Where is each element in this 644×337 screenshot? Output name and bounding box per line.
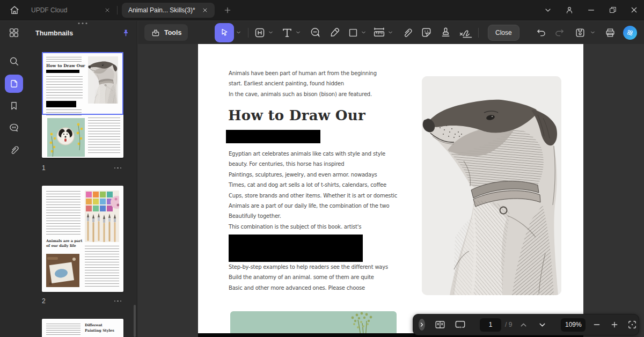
shape-tool-button[interactable]: [347, 27, 359, 39]
doc-text-line: Cups, store brands and other items. Whet…: [229, 191, 397, 201]
previous-page-button[interactable]: [519, 320, 528, 329]
account-button[interactable]: [565, 5, 574, 15]
tab-close-button[interactable]: [202, 7, 208, 13]
save-button[interactable]: [574, 27, 586, 39]
doc-text-line: In the cave, animals such as bison (biso…: [229, 89, 377, 99]
tab-separator: [117, 6, 118, 14]
fit-screen-button[interactable]: [627, 319, 638, 330]
comments-button[interactable]: [0, 117, 28, 138]
measure-tool-dropdown[interactable]: [387, 30, 393, 35]
page-options-button[interactable]: [114, 167, 124, 169]
doc-text-line: This combination is the subject of this …: [229, 222, 397, 232]
bookmarks-button[interactable]: [0, 95, 28, 116]
print-icon: [604, 27, 616, 39]
collapse-nav-button[interactable]: [419, 319, 425, 331]
undo-button[interactable]: [536, 27, 547, 38]
print-button[interactable]: [604, 27, 616, 39]
minimize-button[interactable]: [587, 5, 596, 14]
apps-grid-button[interactable]: [0, 22, 28, 43]
doc-text-line: Animals have been part of human art from…: [229, 68, 377, 78]
present-button[interactable]: [454, 319, 466, 331]
document-viewport: Animals have been part of human art from…: [138, 44, 644, 337]
comment-icon: [8, 122, 20, 134]
fit-screen-icon: [627, 319, 638, 330]
tab-animal-painting[interactable]: Animal Pain... Skills(3)*: [122, 3, 215, 18]
shape-tool-dropdown[interactable]: [361, 30, 367, 35]
present-icon: [454, 319, 466, 331]
attach-file-tool-button[interactable]: [401, 27, 413, 39]
thumb-palette-image: [85, 191, 119, 242]
panel-drag-handle[interactable]: [78, 23, 87, 24]
note-tool-icon: [309, 26, 321, 39]
window-close-icon: [630, 5, 639, 14]
select-cursor-icon: [219, 27, 230, 38]
attachments-button[interactable]: [0, 139, 28, 160]
heading-tool-button[interactable]: [253, 26, 266, 39]
zoom-in-icon: [610, 320, 619, 329]
redaction-block: [229, 235, 363, 262]
zoom-in-button[interactable]: [610, 320, 619, 329]
select-tool-dropdown[interactable]: [236, 30, 241, 35]
zoom-out-button[interactable]: [592, 320, 601, 329]
thumbnail-page-2[interactable]: Animals are a part of our daily life: [42, 186, 123, 292]
updf-window: UPDF Cloud Animal Pain... Skills(3)*: [0, 0, 644, 337]
ai-assistant-button[interactable]: [623, 26, 637, 40]
page-total-label: / 9: [505, 321, 512, 328]
thumb-text-lines: [46, 191, 80, 236]
navigation-bar: / 9: [413, 314, 639, 335]
search-icon: [8, 55, 20, 67]
text-tool-button[interactable]: [281, 26, 294, 39]
chevron-down-icon: [590, 30, 596, 35]
search-button[interactable]: [0, 50, 28, 72]
tab-close-icon: [104, 7, 111, 13]
tab-updf-cloud[interactable]: UPDF Cloud: [31, 6, 111, 14]
thumbnail-page-3[interactable]: Different Painting Styles: [42, 319, 123, 337]
close-button[interactable]: Close: [488, 25, 519, 41]
signature-tool-button[interactable]: [458, 26, 473, 39]
home-button[interactable]: [8, 3, 21, 17]
panel-scrollbar[interactable]: [134, 305, 136, 337]
heading-tool-dropdown[interactable]: [268, 30, 274, 35]
attachment-icon: [401, 27, 413, 39]
toolbar-divider: [248, 28, 248, 38]
pdf-page[interactable]: Animals have been part of human art from…: [198, 44, 583, 337]
shape-tool-icon: [347, 27, 359, 39]
window-close-button[interactable]: [630, 5, 639, 14]
select-tool-button[interactable]: [215, 23, 234, 42]
left-rail: [0, 21, 28, 337]
next-page-button[interactable]: [538, 320, 547, 329]
zoom-level-input[interactable]: [561, 318, 586, 332]
thumb-text-lines: [85, 246, 119, 288]
spread-view-button[interactable]: [434, 319, 446, 331]
sticker-tool-button[interactable]: [420, 26, 433, 39]
measure-tool-button[interactable]: [372, 26, 386, 39]
thumb-flowers-image: [47, 118, 85, 157]
tab-close-button[interactable]: [104, 7, 111, 13]
doc-text-line: start. Earliest ancient painting, found …: [229, 78, 377, 89]
tools-button[interactable]: Tools: [144, 24, 188, 41]
highlighter-tool-button[interactable]: [328, 26, 341, 39]
highlighter-icon: [328, 26, 341, 39]
text-tool-dropdown[interactable]: [295, 30, 301, 35]
redo-button[interactable]: [554, 27, 565, 38]
doc-text-line: Animals are a part of our daily life, th…: [229, 201, 397, 211]
page-number-label: 2: [42, 297, 46, 305]
thumb-row-2: 2: [42, 297, 123, 305]
save-dropdown[interactable]: [590, 30, 596, 35]
stamp-tool-button[interactable]: [440, 26, 452, 39]
thumbnails-panel-button[interactable]: [0, 73, 28, 94]
doc-text-line: Basic and other more advanced ones. Plea…: [229, 283, 388, 293]
pin-icon[interactable]: [121, 28, 130, 38]
page-number-input[interactable]: [480, 318, 501, 332]
thumbnail-page-1[interactable]: How to Draw Our: [42, 52, 123, 158]
new-tab-button[interactable]: [223, 6, 232, 14]
titlebar-menu-button[interactable]: [544, 6, 552, 14]
thumb-row-1: 1: [42, 164, 123, 172]
panel-title: Thumbnails: [35, 30, 73, 37]
note-tool-button[interactable]: [309, 26, 321, 39]
page-options-button[interactable]: [114, 301, 124, 302]
apps-grid-icon: [8, 27, 20, 39]
restore-button[interactable]: [608, 5, 617, 14]
tail-paragraph: Step-by-step examples to help readers se…: [229, 262, 388, 293]
account-icon: [565, 5, 574, 15]
